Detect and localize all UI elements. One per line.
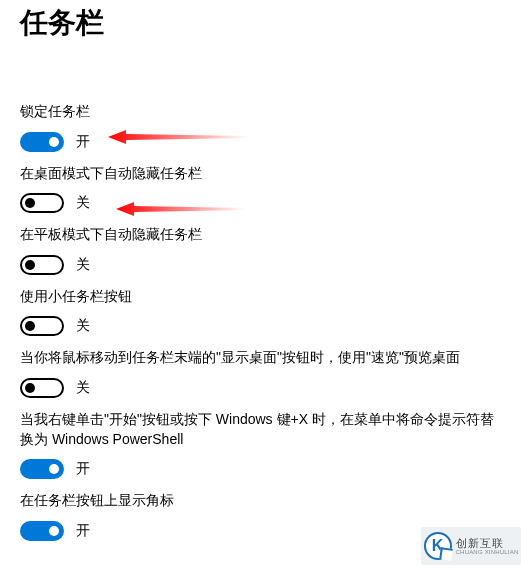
setting-powershell-replace: 当我右键单击"开始"按钮或按下 Windows 键+X 时，在菜单中将命令提示符… (20, 410, 501, 479)
watermark-glyph: K (424, 532, 452, 560)
toggle-state-text: 关 (76, 317, 90, 335)
toggle-state-text: 关 (76, 194, 90, 212)
toggle-state-text: 开 (76, 522, 90, 540)
setting-label: 使用小任务栏按钮 (20, 287, 501, 307)
watermark-logo: K 创新互联 CHUANG XINHULIAN (421, 527, 521, 565)
setting-peek-desktop: 当你将鼠标移动到任务栏末端的"显示桌面"按钮时，使用"速览"预览桌面 关 (20, 348, 501, 398)
setting-label: 当你将鼠标移动到任务栏末端的"显示桌面"按钮时，使用"速览"预览桌面 (20, 348, 501, 368)
setting-small-buttons: 使用小任务栏按钮 关 (20, 287, 501, 337)
setting-lock-taskbar: 锁定任务栏 开 (20, 102, 501, 152)
setting-label: 在任务栏按钮上显示角标 (20, 491, 501, 511)
toggle-powershell-replace[interactable] (20, 459, 64, 479)
page-title: 任务栏 (20, 4, 501, 42)
setting-label: 在平板模式下自动隐藏任务栏 (20, 225, 501, 245)
toggle-state-text: 开 (76, 460, 90, 478)
toggle-autohide-desktop[interactable] (20, 193, 64, 213)
toggle-state-text: 关 (76, 256, 90, 274)
toggle-show-badges[interactable] (20, 521, 64, 541)
setting-autohide-tablet: 在平板模式下自动隐藏任务栏 关 (20, 225, 501, 275)
toggle-small-buttons[interactable] (20, 316, 64, 336)
toggle-state-text: 关 (76, 379, 90, 397)
setting-label: 锁定任务栏 (20, 102, 501, 122)
toggle-autohide-tablet[interactable] (20, 255, 64, 275)
setting-label: 在桌面模式下自动隐藏任务栏 (20, 164, 501, 184)
watermark-text: 创新互联 CHUANG XINHULIAN (456, 537, 519, 556)
setting-label: 当我右键单击"开始"按钮或按下 Windows 键+X 时，在菜单中将命令提示符… (20, 410, 501, 449)
toggle-lock-taskbar[interactable] (20, 132, 64, 152)
setting-autohide-desktop: 在桌面模式下自动隐藏任务栏 关 (20, 164, 501, 214)
toggle-peek-desktop[interactable] (20, 378, 64, 398)
toggle-state-text: 开 (76, 133, 90, 151)
